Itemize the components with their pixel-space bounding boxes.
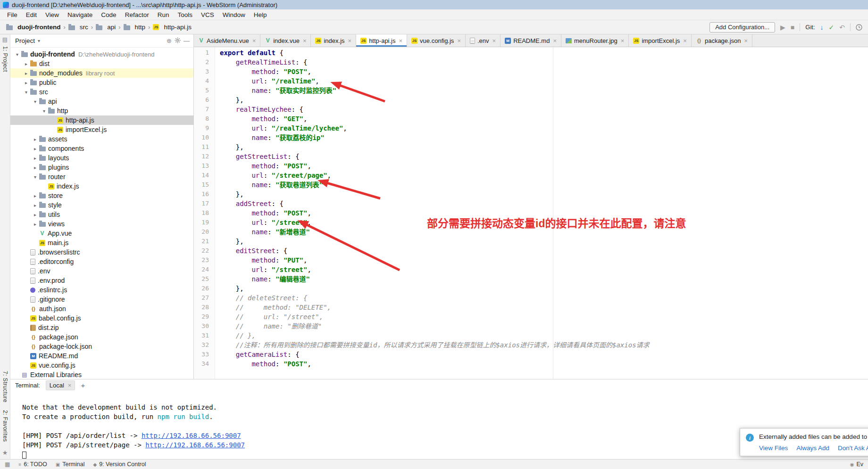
terminal-link[interactable]: http://192.168.66.56:9007 (145, 441, 245, 449)
tree-item-components[interactable]: ▸components (10, 144, 193, 153)
tool-window-structure-button[interactable]: 7: Structure (2, 371, 8, 403)
chevron-right-icon[interactable]: ▸ (31, 222, 39, 227)
menu-refactor[interactable]: Refactor (121, 9, 153, 20)
menu-view[interactable]: View (41, 9, 63, 20)
code-editor[interactable]: 1234567891011121314151617181920212223242… (194, 47, 868, 379)
breadcrumb-duoji-frontend[interactable]: duoji-frontend (5, 23, 62, 32)
tree-item-importExcel.js[interactable]: JSimportExcel.js (10, 125, 193, 134)
tree-item-utils[interactable]: ▸utils (10, 210, 193, 219)
tree-item-public[interactable]: ▸public (10, 78, 193, 87)
breadcrumb-http[interactable]: http (122, 23, 147, 32)
editor-tab-README.md[interactable]: MREADME.md× (501, 34, 561, 47)
tree-item-node_modules[interactable]: ▸node_moduleslibrary root (10, 68, 193, 78)
close-icon[interactable]: × (492, 37, 496, 44)
chevron-right-icon[interactable]: ▸ (31, 137, 39, 142)
menu-help[interactable]: Help (250, 9, 271, 20)
notification-action-view-files[interactable]: View Files (759, 444, 788, 452)
tree-item-.eslintrc.js[interactable]: .eslintrc.js (10, 285, 193, 295)
git-update-icon[interactable]: ↓ (820, 24, 824, 31)
close-icon[interactable]: × (252, 37, 256, 44)
chevron-right-icon[interactable]: ▸ (31, 203, 39, 208)
terminal-link[interactable]: http://192.168.66.56:9007 (142, 432, 241, 439)
editor-tab-index.js[interactable]: JSindex.js× (311, 34, 356, 47)
tree-item-vue.config.js[interactable]: JSvue.config.js (10, 361, 193, 370)
new-terminal-button[interactable]: + (81, 381, 85, 389)
tree-item-layouts[interactable]: ▸layouts (10, 153, 193, 163)
chevron-right-icon[interactable]: ▸ (22, 61, 30, 66)
tree-item-src[interactable]: ▾src (10, 87, 193, 97)
tree-item-package-lock.json[interactable]: {}package-lock.json (10, 342, 193, 351)
close-icon[interactable]: × (621, 37, 625, 44)
terminal-tab-local[interactable]: Local × (46, 380, 75, 390)
tree-item-api[interactable]: ▾api (10, 97, 193, 106)
tree-item-.env[interactable]: .env (10, 266, 193, 276)
menu-run[interactable]: Run (153, 9, 174, 20)
close-icon[interactable]: × (683, 37, 687, 44)
editor-tab-menuRouter.jpg[interactable]: menuRouter.jpg× (561, 34, 629, 47)
tree-item-App.vue[interactable]: VApp.vue (10, 229, 193, 238)
chevron-right-icon[interactable]: ▸ (31, 212, 39, 217)
tree-item-http[interactable]: ▾http (10, 106, 193, 115)
notification-action-don-t-ask-agai[interactable]: Don't Ask Agai (838, 444, 868, 452)
tree-item-.editorconfig[interactable]: .editorconfig (10, 257, 193, 266)
chevron-down-icon[interactable]: ▾ (31, 174, 39, 180)
close-icon[interactable]: × (399, 37, 403, 44)
status-item-terminal[interactable]: ▣Terminal (56, 461, 85, 468)
tree-item-store[interactable]: ▸store (10, 191, 193, 200)
status-item-9-version-control[interactable]: ◆9: Version Control (93, 461, 146, 468)
add-configuration-button[interactable]: Add Configuration... (709, 22, 775, 33)
tree-item-plugins[interactable]: ▸plugins (10, 163, 193, 172)
menu-code[interactable]: Code (97, 9, 120, 20)
tree-item-babel.config.js[interactable]: JSbabel.config.js (10, 313, 193, 323)
menu-tools[interactable]: Tools (173, 9, 197, 20)
close-icon[interactable]: × (744, 37, 748, 44)
tree-item-views[interactable]: ▸views (10, 219, 193, 229)
chevron-right-icon[interactable]: ▸ (22, 80, 30, 85)
close-icon[interactable]: × (457, 37, 461, 44)
chevron-right-icon[interactable]: ▸ (22, 71, 30, 76)
tool-window-project-button[interactable]: 1: Project (2, 46, 8, 72)
tree-item-dist[interactable]: ▸dist (10, 59, 193, 68)
chevron-right-icon[interactable]: ▸ (31, 193, 39, 198)
menu-window[interactable]: Window (218, 9, 250, 20)
tree-item-duoji-frontend[interactable]: ▾duoji-frontendD:\zheheWeb\duoji-fronten… (10, 49, 193, 59)
close-icon[interactable]: × (68, 382, 72, 389)
tree-item-package.json[interactable]: {}package.json (10, 332, 193, 342)
chevron-right-icon[interactable]: ▸ (31, 146, 39, 151)
editor-tab-index.vue[interactable]: Vindex.vue× (260, 34, 311, 47)
tool-window-switcher-icon[interactable]: ▦ (5, 461, 10, 468)
tree-item-.gitignore[interactable]: .gitignore (10, 295, 193, 304)
status-item-6-todo[interactable]: ≡6: TODO (18, 461, 47, 468)
tree-item-External Libraries[interactable]: ▤External Libraries (10, 370, 193, 379)
run-icon[interactable]: ▶ (780, 24, 785, 31)
gear-icon[interactable] (175, 37, 181, 44)
tree-item-style[interactable]: ▸style (10, 200, 193, 210)
menu-vcs[interactable]: VCS (197, 9, 218, 20)
menu-edit[interactable]: Edit (22, 9, 41, 20)
locate-file-icon[interactable]: ⊕ (167, 38, 172, 44)
editor-tab-package.json[interactable]: {}package.json× (692, 34, 752, 47)
tree-item-dist.zip[interactable]: dist.zip (10, 323, 193, 332)
close-icon[interactable]: × (348, 37, 352, 44)
menu-file[interactable]: File (3, 9, 22, 20)
editor-tab-http-api.js[interactable]: JShttp-api.js× (356, 34, 407, 47)
chevron-down-icon[interactable]: ▾ (22, 90, 30, 95)
hide-panel-icon[interactable]: — (184, 38, 190, 44)
stop-icon[interactable]: ■ (791, 24, 794, 31)
breadcrumb-src[interactable]: src (67, 23, 90, 32)
menu-navigate[interactable]: Navigate (63, 9, 97, 20)
chevron-down-icon[interactable]: ▾ (40, 108, 48, 114)
editor-tab-importExcel.js[interactable]: JSimportExcel.js× (629, 34, 692, 47)
tool-windows-icon[interactable]: ▤ (2, 37, 8, 42)
close-icon[interactable]: × (303, 37, 307, 44)
chevron-right-icon[interactable]: ▸ (31, 156, 39, 161)
tree-item-main.js[interactable]: JSmain.js (10, 238, 193, 247)
tree-item-.env.prod[interactable]: .env.prod (10, 276, 193, 285)
tree-item-assets[interactable]: ▸assets (10, 134, 193, 144)
notification-action-always-add[interactable]: Always Add (796, 444, 829, 452)
tree-item-README.md[interactable]: MREADME.md (10, 351, 193, 361)
favorites-star-icon[interactable]: ★ (2, 449, 8, 456)
editor-tab-vue.config.js[interactable]: JSvue.config.js× (407, 34, 466, 47)
breadcrumb-api[interactable]: api (94, 23, 117, 32)
editor-tab-AsideMenu.vue[interactable]: VAsideMenu.vue× (194, 34, 260, 47)
